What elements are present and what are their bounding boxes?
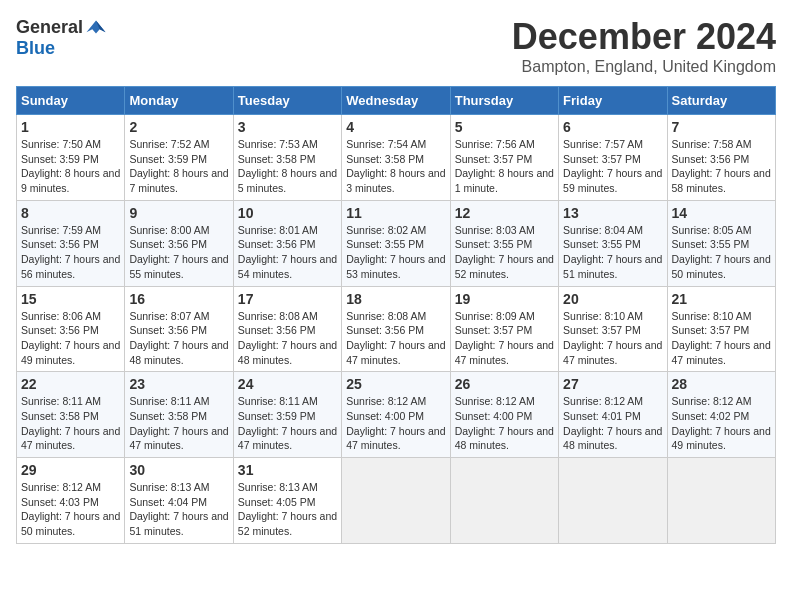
calendar-cell: 6Sunrise: 7:57 AM Sunset: 3:57 PM Daylig… bbox=[559, 115, 667, 201]
day-content: Sunrise: 8:10 AM Sunset: 3:57 PM Dayligh… bbox=[672, 309, 771, 368]
calendar-cell: 15Sunrise: 8:06 AM Sunset: 3:56 PM Dayli… bbox=[17, 286, 125, 372]
calendar-cell: 17Sunrise: 8:08 AM Sunset: 3:56 PM Dayli… bbox=[233, 286, 341, 372]
title-block: December 2024 Bampton, England, United K… bbox=[512, 16, 776, 76]
calendar-cell: 31Sunrise: 8:13 AM Sunset: 4:05 PM Dayli… bbox=[233, 458, 341, 544]
weekday-monday: Monday bbox=[125, 87, 233, 115]
svg-marker-0 bbox=[87, 20, 106, 33]
weekday-sunday: Sunday bbox=[17, 87, 125, 115]
day-number: 31 bbox=[238, 462, 337, 478]
day-number: 13 bbox=[563, 205, 662, 221]
calendar-cell: 26Sunrise: 8:12 AM Sunset: 4:00 PM Dayli… bbox=[450, 372, 558, 458]
week-row-3: 15Sunrise: 8:06 AM Sunset: 3:56 PM Dayli… bbox=[17, 286, 776, 372]
day-content: Sunrise: 8:12 AM Sunset: 4:03 PM Dayligh… bbox=[21, 480, 120, 539]
day-number: 22 bbox=[21, 376, 120, 392]
week-row-4: 22Sunrise: 8:11 AM Sunset: 3:58 PM Dayli… bbox=[17, 372, 776, 458]
day-number: 9 bbox=[129, 205, 228, 221]
weekday-saturday: Saturday bbox=[667, 87, 775, 115]
day-content: Sunrise: 8:13 AM Sunset: 4:04 PM Dayligh… bbox=[129, 480, 228, 539]
day-number: 16 bbox=[129, 291, 228, 307]
weekday-wednesday: Wednesday bbox=[342, 87, 450, 115]
day-content: Sunrise: 8:12 AM Sunset: 4:01 PM Dayligh… bbox=[563, 394, 662, 453]
day-number: 28 bbox=[672, 376, 771, 392]
calendar-cell: 1Sunrise: 7:50 AM Sunset: 3:59 PM Daylig… bbox=[17, 115, 125, 201]
calendar-cell: 30Sunrise: 8:13 AM Sunset: 4:04 PM Dayli… bbox=[125, 458, 233, 544]
day-number: 15 bbox=[21, 291, 120, 307]
day-content: Sunrise: 8:09 AM Sunset: 3:57 PM Dayligh… bbox=[455, 309, 554, 368]
day-content: Sunrise: 8:05 AM Sunset: 3:55 PM Dayligh… bbox=[672, 223, 771, 282]
day-content: Sunrise: 7:54 AM Sunset: 3:58 PM Dayligh… bbox=[346, 137, 445, 196]
calendar-cell: 5Sunrise: 7:56 AM Sunset: 3:57 PM Daylig… bbox=[450, 115, 558, 201]
day-content: Sunrise: 8:06 AM Sunset: 3:56 PM Dayligh… bbox=[21, 309, 120, 368]
calendar-cell: 14Sunrise: 8:05 AM Sunset: 3:55 PM Dayli… bbox=[667, 200, 775, 286]
calendar-cell: 29Sunrise: 8:12 AM Sunset: 4:03 PM Dayli… bbox=[17, 458, 125, 544]
calendar-cell bbox=[667, 458, 775, 544]
day-number: 11 bbox=[346, 205, 445, 221]
calendar-cell: 23Sunrise: 8:11 AM Sunset: 3:58 PM Dayli… bbox=[125, 372, 233, 458]
day-number: 20 bbox=[563, 291, 662, 307]
day-content: Sunrise: 8:11 AM Sunset: 3:59 PM Dayligh… bbox=[238, 394, 337, 453]
weekday-tuesday: Tuesday bbox=[233, 87, 341, 115]
day-content: Sunrise: 8:01 AM Sunset: 3:56 PM Dayligh… bbox=[238, 223, 337, 282]
day-content: Sunrise: 7:59 AM Sunset: 3:56 PM Dayligh… bbox=[21, 223, 120, 282]
day-number: 30 bbox=[129, 462, 228, 478]
day-content: Sunrise: 8:07 AM Sunset: 3:56 PM Dayligh… bbox=[129, 309, 228, 368]
day-content: Sunrise: 7:50 AM Sunset: 3:59 PM Dayligh… bbox=[21, 137, 120, 196]
day-number: 10 bbox=[238, 205, 337, 221]
day-content: Sunrise: 8:00 AM Sunset: 3:56 PM Dayligh… bbox=[129, 223, 228, 282]
calendar-cell: 25Sunrise: 8:12 AM Sunset: 4:00 PM Dayli… bbox=[342, 372, 450, 458]
week-row-2: 8Sunrise: 7:59 AM Sunset: 3:56 PM Daylig… bbox=[17, 200, 776, 286]
day-content: Sunrise: 8:13 AM Sunset: 4:05 PM Dayligh… bbox=[238, 480, 337, 539]
day-number: 8 bbox=[21, 205, 120, 221]
day-number: 29 bbox=[21, 462, 120, 478]
weekday-friday: Friday bbox=[559, 87, 667, 115]
day-number: 26 bbox=[455, 376, 554, 392]
day-number: 24 bbox=[238, 376, 337, 392]
day-number: 6 bbox=[563, 119, 662, 135]
day-content: Sunrise: 8:10 AM Sunset: 3:57 PM Dayligh… bbox=[563, 309, 662, 368]
calendar-cell bbox=[450, 458, 558, 544]
day-content: Sunrise: 7:57 AM Sunset: 3:57 PM Dayligh… bbox=[563, 137, 662, 196]
calendar-cell: 16Sunrise: 8:07 AM Sunset: 3:56 PM Dayli… bbox=[125, 286, 233, 372]
logo-blue-text: Blue bbox=[16, 38, 55, 59]
day-number: 23 bbox=[129, 376, 228, 392]
day-number: 21 bbox=[672, 291, 771, 307]
calendar-cell: 18Sunrise: 8:08 AM Sunset: 3:56 PM Dayli… bbox=[342, 286, 450, 372]
day-number: 18 bbox=[346, 291, 445, 307]
week-row-1: 1Sunrise: 7:50 AM Sunset: 3:59 PM Daylig… bbox=[17, 115, 776, 201]
day-number: 17 bbox=[238, 291, 337, 307]
day-content: Sunrise: 8:11 AM Sunset: 3:58 PM Dayligh… bbox=[129, 394, 228, 453]
day-content: Sunrise: 8:08 AM Sunset: 3:56 PM Dayligh… bbox=[346, 309, 445, 368]
day-content: Sunrise: 8:08 AM Sunset: 3:56 PM Dayligh… bbox=[238, 309, 337, 368]
day-content: Sunrise: 8:02 AM Sunset: 3:55 PM Dayligh… bbox=[346, 223, 445, 282]
day-number: 5 bbox=[455, 119, 554, 135]
logo: General Blue bbox=[16, 16, 107, 59]
calendar-cell: 4Sunrise: 7:54 AM Sunset: 3:58 PM Daylig… bbox=[342, 115, 450, 201]
day-number: 12 bbox=[455, 205, 554, 221]
day-number: 3 bbox=[238, 119, 337, 135]
calendar-cell: 8Sunrise: 7:59 AM Sunset: 3:56 PM Daylig… bbox=[17, 200, 125, 286]
calendar-cell: 11Sunrise: 8:02 AM Sunset: 3:55 PM Dayli… bbox=[342, 200, 450, 286]
calendar-cell: 9Sunrise: 8:00 AM Sunset: 3:56 PM Daylig… bbox=[125, 200, 233, 286]
logo-general-text: General bbox=[16, 17, 83, 38]
day-number: 2 bbox=[129, 119, 228, 135]
day-content: Sunrise: 7:52 AM Sunset: 3:59 PM Dayligh… bbox=[129, 137, 228, 196]
calendar-cell bbox=[559, 458, 667, 544]
day-number: 7 bbox=[672, 119, 771, 135]
calendar-cell: 27Sunrise: 8:12 AM Sunset: 4:01 PM Dayli… bbox=[559, 372, 667, 458]
day-content: Sunrise: 7:53 AM Sunset: 3:58 PM Dayligh… bbox=[238, 137, 337, 196]
calendar-table: SundayMondayTuesdayWednesdayThursdayFrid… bbox=[16, 86, 776, 544]
day-number: 14 bbox=[672, 205, 771, 221]
day-content: Sunrise: 8:04 AM Sunset: 3:55 PM Dayligh… bbox=[563, 223, 662, 282]
calendar-cell: 10Sunrise: 8:01 AM Sunset: 3:56 PM Dayli… bbox=[233, 200, 341, 286]
day-number: 1 bbox=[21, 119, 120, 135]
day-content: Sunrise: 8:12 AM Sunset: 4:00 PM Dayligh… bbox=[455, 394, 554, 453]
calendar-cell: 3Sunrise: 7:53 AM Sunset: 3:58 PM Daylig… bbox=[233, 115, 341, 201]
day-content: Sunrise: 8:03 AM Sunset: 3:55 PM Dayligh… bbox=[455, 223, 554, 282]
day-content: Sunrise: 8:11 AM Sunset: 3:58 PM Dayligh… bbox=[21, 394, 120, 453]
calendar-cell: 24Sunrise: 8:11 AM Sunset: 3:59 PM Dayli… bbox=[233, 372, 341, 458]
day-content: Sunrise: 8:12 AM Sunset: 4:00 PM Dayligh… bbox=[346, 394, 445, 453]
calendar-cell: 20Sunrise: 8:10 AM Sunset: 3:57 PM Dayli… bbox=[559, 286, 667, 372]
calendar-cell: 19Sunrise: 8:09 AM Sunset: 3:57 PM Dayli… bbox=[450, 286, 558, 372]
page-header: General Blue December 2024 Bampton, Engl… bbox=[16, 16, 776, 76]
day-number: 4 bbox=[346, 119, 445, 135]
